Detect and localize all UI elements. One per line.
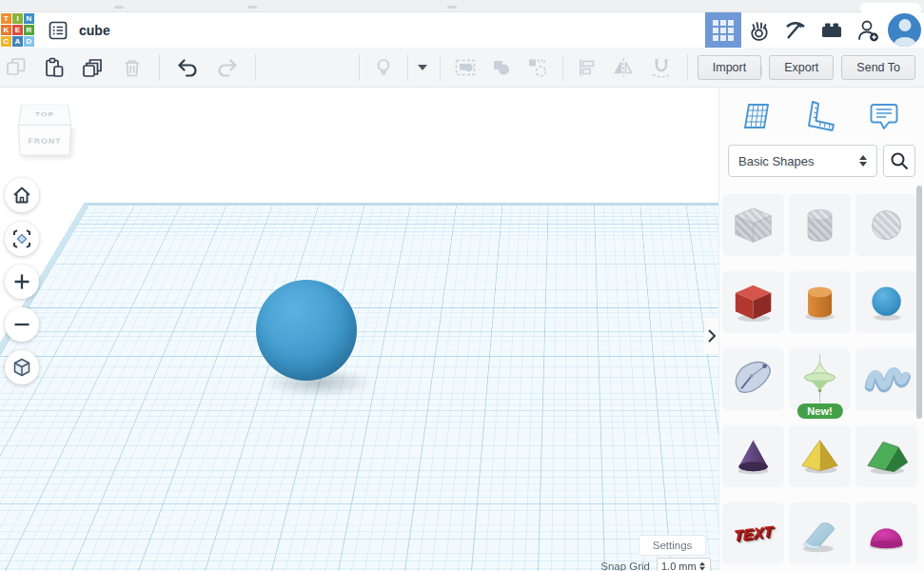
logo-tile: T [1,13,11,24]
snap-grid-label: Snap Grid [600,561,650,571]
send-to-button[interactable]: Send To [841,55,915,80]
shape-card-top[interactable]: New! [789,348,851,410]
pickaxe-icon [783,18,808,43]
shape-card-scribble[interactable] [722,348,784,410]
perspective-toggle-button[interactable] [5,350,39,384]
snap-grid-value: 1.0 mm [661,561,697,571]
snap-magnet-button[interactable] [648,54,675,81]
logo-tile: C [1,36,11,47]
fit-view-button[interactable] [5,222,39,256]
shape-category-value: Basic Shapes [738,154,815,168]
shape-card-pyramid[interactable] [789,425,851,487]
shapes-panel: Basic Shapes [718,88,924,571]
view-cube[interactable]: TOP FRONT [18,95,71,160]
shape-card-cone[interactable] [722,425,784,487]
home-icon [10,184,33,207]
view-cube-front-face[interactable]: FRONT [18,126,71,155]
account-avatar[interactable] [888,13,921,47]
hole-toggle-button[interactable] [525,55,550,80]
text-shape-glyph: TEXT [734,522,773,544]
app-sim-lab-button[interactable] [741,12,777,48]
flip-button[interactable] [611,55,636,80]
grid-tiles-icon [713,20,734,41]
shape-card-sphere[interactable] [855,271,917,333]
person-add-icon [855,17,881,44]
chevron-right-icon [706,328,718,344]
collapse-panel-handle[interactable] [704,318,718,354]
snap-grid-select[interactable]: 1.0 mm [657,558,711,571]
zoom-in-button[interactable] [5,265,39,299]
tinkercad-logo[interactable]: T I N K E R C A D [0,12,36,48]
shape-card-cylinder-hole[interactable] [789,194,851,256]
shape-card-cylinder[interactable] [789,271,851,333]
toolbar-separator [255,54,256,81]
paste-button[interactable] [43,56,66,79]
group-button[interactable] [453,55,478,80]
shape-card-sphere-hole[interactable] [855,194,917,256]
search-shapes-button[interactable] [883,145,915,177]
editor-toolbar: Import Export Send To [0,48,924,88]
app-switcher [705,12,924,48]
shape-gallery: New! TEXT [719,194,924,564]
updown-arrows-icon [699,562,705,571]
logo-tile: I [12,13,23,24]
duplicate-button[interactable] [81,55,106,80]
shape-category-select[interactable]: Basic Shapes [728,145,877,177]
shape-card-text[interactable]: TEXT [722,502,784,564]
show-all-button[interactable] [372,56,395,79]
align-button[interactable] [576,56,599,79]
minus-icon [11,314,32,335]
logo-tile: A [12,36,23,47]
notes-button[interactable] [865,97,903,135]
shape-card-roof[interactable] [855,425,917,487]
updown-arrows-icon [859,155,867,167]
shape-card-half-cylinder[interactable] [789,502,851,564]
workplane-icon [737,98,774,134]
import-button[interactable]: Import [698,55,761,80]
shape-card-box-hole[interactable] [722,194,784,256]
chrome-decoration [114,6,124,9]
ruler-helper-button[interactable] [801,97,839,135]
fit-view-icon [10,227,33,250]
sphere-object[interactable] [256,280,357,381]
settings-button[interactable]: Settings [639,536,705,555]
new-badge: New! [796,404,842,419]
viewport-3d[interactable]: TOP FRONT [0,88,718,571]
avatar-head [898,19,911,31]
ruler-icon [802,98,838,134]
design-properties-button[interactable] [47,19,69,42]
view-cube-top-face[interactable]: TOP [18,105,71,126]
toolbar-separator [687,54,688,81]
chrome-decoration [247,6,257,9]
hand-icon [747,18,772,43]
search-icon [889,150,910,171]
shape-card-box[interactable] [722,271,784,333]
logo-tile: D [24,36,34,47]
shape-card-half-sphere[interactable] [855,502,917,564]
zoom-out-button[interactable] [5,307,39,342]
delete-button[interactable] [121,56,144,79]
workplane-helper-button[interactable] [737,97,775,135]
toolbar-separator [359,54,360,81]
copy-button[interactable] [5,56,28,79]
panel-tools-row [719,95,924,135]
view-cube-top-label: TOP [35,111,54,118]
toolbar-separator [440,54,441,81]
browser-chrome-sliver [0,0,924,12]
chrome-decoration [447,6,457,9]
undo-button[interactable] [175,55,200,80]
shape-card-squiggle[interactable] [855,348,917,410]
toolbar-separator [562,54,563,81]
invite-collaborator-button[interactable] [850,12,886,48]
list-icon [48,20,69,41]
app-bricks-button[interactable] [814,12,850,48]
redo-button[interactable] [215,55,240,80]
panel-scrollbar[interactable] [916,186,922,419]
export-button[interactable]: Export [769,55,834,80]
show-all-caret-button[interactable] [407,54,427,81]
app-3d-design-button[interactable] [705,12,741,48]
logo-tile: R [24,25,34,35]
app-minecraft-button[interactable] [777,12,814,48]
home-view-button[interactable] [5,178,39,212]
ungroup-button[interactable] [490,56,513,79]
